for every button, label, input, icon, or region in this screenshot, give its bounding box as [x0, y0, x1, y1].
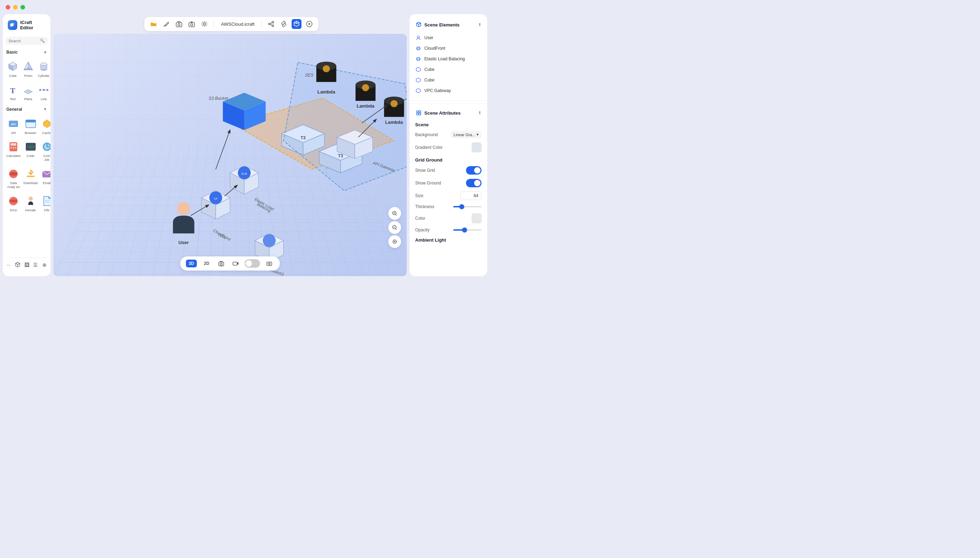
sidebar-item-cron-job[interactable]: Cron Job: [40, 138, 51, 164]
scene-item-cloudfront[interactable]: CloudFront: [412, 43, 484, 54]
sidebar-item-api[interactable]: API API: [6, 115, 21, 137]
show-ground-toggle[interactable]: [466, 179, 481, 187]
camera-icon[interactable]: [174, 19, 184, 29]
logo-icon: [8, 20, 17, 30]
share-icon[interactable]: [266, 19, 276, 29]
sidebar-item-code[interactable]: </> Code: [23, 138, 38, 164]
view-toggle[interactable]: [245, 259, 260, 268]
svg-point-55: [178, 24, 180, 26]
record-icon[interactable]: [231, 259, 240, 268]
stack-button[interactable]: ☰: [33, 260, 38, 270]
basic-section-title: Basic: [7, 50, 18, 55]
search-bar[interactable]: 🔍: [6, 37, 48, 45]
download-label: Download: [24, 181, 38, 185]
scene-elements-panel: Scene Elements ⬆ User: [410, 18, 487, 100]
svg-line-64: [270, 25, 272, 25]
svg-point-96: [390, 100, 397, 107]
sidebar-item-female[interactable]: Female: [23, 193, 38, 215]
svg-point-46: [9, 200, 18, 202]
view-3d-button[interactable]: 3D: [186, 259, 197, 268]
canvas-area: AWSCloud.icraft: [53, 14, 410, 279]
general-section-header[interactable]: General ▼: [6, 106, 48, 113]
view-2d-button[interactable]: 2D: [201, 259, 212, 268]
view-3d-icon[interactable]: [292, 19, 301, 29]
sidebar-item-cylinder[interactable]: Cylinder: [37, 58, 51, 80]
reset-view-button[interactable]: [388, 235, 401, 248]
opacity-row: Opacity: [415, 225, 481, 235]
cube-button[interactable]: [15, 260, 20, 270]
svg-rect-165: [417, 111, 418, 113]
screenshot-icon[interactable]: [216, 259, 226, 268]
sidebar-item-cache[interactable]: ⚡ Cache: [40, 115, 51, 137]
image-button[interactable]: 🖼: [24, 260, 30, 270]
folder-icon[interactable]: [148, 19, 158, 29]
scene-attributes-icon: [415, 109, 422, 117]
add-button[interactable]: ⊕: [42, 260, 48, 270]
gradient-color-swatch[interactable]: [472, 143, 481, 153]
maximize-button[interactable]: [20, 5, 25, 10]
scene-elements-action[interactable]: ⬆: [478, 22, 481, 27]
minimize-button[interactable]: [13, 5, 18, 10]
sidebar-item-text[interactable]: T Text: [6, 82, 20, 103]
sidebar-item-data-analysis[interactable]: Data Analy sis: [6, 166, 21, 191]
sidebar-item-prism[interactable]: Prism: [21, 58, 35, 80]
zoom-in-button[interactable]: [388, 207, 401, 220]
scene-item-elastic-load[interactable]: Elastic Load Balacing: [412, 54, 484, 64]
play-icon[interactable]: [304, 19, 314, 29]
calculator-label: Calculator: [7, 154, 21, 158]
svg-line-67: [294, 23, 296, 24]
color-swatch[interactable]: [472, 213, 481, 223]
svg-point-62: [272, 25, 273, 27]
toolbar-divider-2: [262, 20, 262, 28]
svg-line-63: [270, 23, 272, 24]
size-input[interactable]: [460, 192, 481, 200]
scene-item-vpc-gateway[interactable]: VPC Gateway: [412, 85, 484, 96]
sidebar-item-email[interactable]: Email: [40, 166, 51, 191]
svg-point-61: [268, 23, 270, 25]
sidebar-item-file[interactable]: File: [40, 193, 51, 215]
link-icon[interactable]: [279, 19, 289, 29]
toolbar-divider: [214, 20, 214, 28]
sidebar-item-plane[interactable]: Plane: [21, 82, 35, 103]
svg-rect-1: [11, 23, 14, 26]
opacity-slider[interactable]: [453, 229, 481, 231]
svg-point-160: [417, 57, 420, 61]
background-dropdown[interactable]: Linear Gra... ▾: [451, 131, 481, 138]
scene-item-user[interactable]: User: [412, 33, 484, 43]
color-label: Color: [415, 216, 425, 221]
scene-attributes-action[interactable]: ⬆: [478, 110, 481, 115]
svg-point-14: [41, 63, 47, 66]
basic-section-header[interactable]: Basic ▼: [6, 49, 48, 55]
close-button[interactable]: [6, 5, 10, 10]
opacity-slider-container: [453, 229, 481, 231]
api-icon: API: [7, 117, 20, 130]
scene-item-cube2[interactable]: Cube: [412, 75, 484, 85]
zoom-out-button[interactable]: [388, 221, 401, 234]
main-canvas[interactable]: Auto Scaling T3 T3: [53, 34, 407, 276]
thickness-label: Thickness: [415, 204, 434, 209]
pen-icon[interactable]: [161, 19, 171, 29]
browser-icon: [25, 117, 37, 130]
cylinder-icon: [38, 60, 50, 73]
sidebar-item-cube[interactable]: Cube: [6, 58, 20, 80]
sidebar-item-line[interactable]: Line: [37, 82, 51, 103]
upload-icon[interactable]: [187, 19, 197, 29]
sidebar-item-download[interactable]: Download: [23, 166, 38, 191]
cloudfront-item-icon: [415, 45, 422, 51]
more-button[interactable]: ···: [6, 260, 12, 270]
search-input[interactable]: [8, 39, 38, 43]
sidebar-item-browser[interactable]: Browser: [23, 115, 38, 137]
scene-section-heading: Scene: [415, 119, 481, 129]
show-grid-toggle[interactable]: [466, 166, 481, 175]
sidebar-item-error[interactable]: Error: [6, 193, 21, 215]
thickness-slider[interactable]: [453, 206, 481, 207]
fullscreen-icon[interactable]: [264, 259, 274, 268]
top-toolbar: AWSCloud.icraft: [53, 14, 410, 34]
svg-marker-155: [417, 22, 421, 25]
svg-rect-167: [417, 113, 418, 115]
scene-item-cube1[interactable]: Cube: [412, 64, 484, 75]
sidebar-item-calculator[interactable]: Calculator: [6, 138, 21, 164]
svg-rect-40: [27, 176, 35, 177]
settings-icon[interactable]: [199, 19, 209, 29]
svg-rect-24: [26, 120, 36, 122]
